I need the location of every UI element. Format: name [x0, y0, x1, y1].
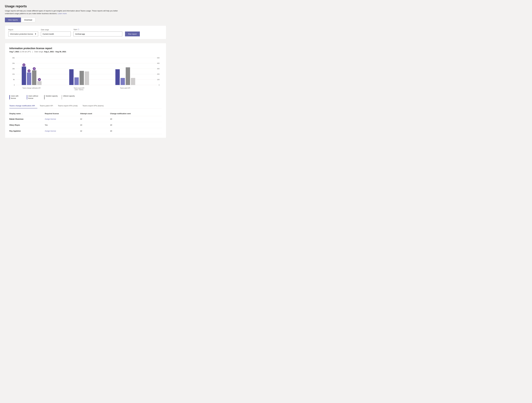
svg-text:24k: 24k	[12, 63, 15, 64]
tab-view-reports[interactable]: View reports	[5, 18, 21, 22]
svg-rect-31	[69, 69, 74, 85]
svg-text:(chat + teams): (chat + teams)	[75, 89, 83, 90]
assign-license-link[interactable]: Assign license	[45, 130, 56, 132]
data-tab-change-notification[interactable]: Teams change notification API	[9, 103, 37, 108]
svg-text:3: 3	[24, 64, 24, 66]
svg-text:Teams change notification API: Teams change notification API	[22, 87, 41, 89]
svg-rect-33	[80, 71, 84, 85]
cell-change-notification-sent: 10	[110, 122, 162, 128]
legend-color-seeded-capacity	[44, 95, 45, 99]
legend-color-users-without-license	[27, 95, 27, 99]
run-report-button[interactable]: Run report	[125, 32, 140, 36]
cell-attempt-count: 12	[80, 128, 110, 134]
legend-color-utilized-capacity	[62, 95, 62, 99]
svg-rect-32	[74, 77, 79, 85]
svg-text:6: 6	[39, 79, 40, 80]
table-header-row: Display name ↓ Required license Attempt …	[9, 111, 162, 116]
svg-rect-40	[131, 78, 135, 85]
cell-display-name: Hilary Reyes	[9, 122, 45, 128]
report-meta: Aug 7, 2021 11:59 am (PT) | Date range: …	[9, 51, 162, 53]
date-range-input[interactable]	[41, 32, 71, 36]
cell-attempt-count: 13	[80, 122, 110, 128]
col-required-license: Required license	[45, 111, 80, 116]
report-card: Information protection license report Au…	[5, 43, 166, 138]
svg-text:Teams patch API: Teams patch API	[120, 87, 130, 89]
controls-bar: Report Information protection license ▼ …	[5, 26, 166, 39]
page-container: Usage reports Usage reports will help yo…	[0, 0, 171, 142]
svg-text:0: 0	[159, 84, 159, 86]
cell-required-license[interactable]: Assign license	[45, 116, 80, 122]
cell-attempt-count: 12	[80, 116, 110, 122]
assign-license-link[interactable]: Assign license	[45, 118, 56, 120]
cell-required-license: Yes	[45, 122, 80, 128]
report-label: Report	[8, 29, 38, 31]
svg-rect-18	[22, 67, 26, 85]
tab-download[interactable]: Download	[21, 18, 35, 22]
svg-text:18k: 18k	[12, 68, 15, 70]
legend-seeded-capacity: Seeded capacity	[44, 95, 58, 100]
report-table: Display name ↓ Required license Attempt …	[9, 111, 162, 134]
svg-text:0: 0	[14, 84, 15, 86]
svg-text:12k: 12k	[12, 73, 15, 75]
cell-required-license[interactable]: Assign license	[45, 128, 80, 134]
data-tab-export-teams[interactable]: Teams export APIs (teams)	[82, 103, 106, 108]
apps-label: Apps ⓘ	[73, 28, 122, 31]
chart-svg: 30k 24k 18k 12k 6k 0 500 400 300 200 100…	[9, 57, 162, 92]
svg-rect-21	[27, 72, 31, 85]
col-attempt-count: Attempt count	[80, 111, 110, 116]
svg-text:5: 5	[34, 68, 35, 70]
page-subtitle: Usage reports will help you create diffe…	[5, 10, 122, 15]
apps-input[interactable]	[73, 32, 122, 36]
chart-legend: Users with license Users without license…	[9, 95, 162, 100]
svg-text:Teams export API: Teams export API	[74, 87, 84, 89]
info-icon: ⓘ	[78, 29, 79, 30]
date-range-control-group: Date range	[41, 29, 71, 36]
svg-rect-38	[120, 78, 125, 85]
sort-icon-display-name[interactable]: ↓	[22, 113, 22, 115]
chevron-down-icon: ▼	[35, 33, 36, 35]
cell-display-name: Babak Shammas	[9, 116, 45, 122]
report-card-title: Information protection license report	[9, 47, 162, 50]
main-tabs-bar: View reports Download	[5, 18, 166, 22]
svg-text:30k: 30k	[12, 57, 15, 59]
col-display-name: Display name ↓	[9, 111, 45, 116]
legend-users-with-license: Users with license	[9, 95, 23, 100]
table-row: Hilary ReyesYes1310	[9, 122, 162, 128]
svg-rect-37	[115, 69, 120, 85]
cell-change-notification-sent: 10	[110, 128, 162, 134]
learn-more-link[interactable]: Learn more	[58, 13, 67, 14]
apps-control-group: Apps ⓘ	[73, 28, 122, 36]
table-body: Babak ShammasAssign license1210Hilary Re…	[9, 116, 162, 134]
report-select[interactable]: Information protection license ▼	[8, 32, 38, 36]
data-tab-export-chat[interactable]: Teams export APIs (chat)	[58, 103, 80, 108]
cell-display-name: Roy Appleton	[9, 128, 45, 134]
svg-rect-24	[32, 70, 36, 85]
svg-rect-27	[37, 81, 42, 85]
date-range-label: Date range	[41, 29, 71, 31]
legend-color-users-with-license	[9, 95, 10, 99]
data-tabs-bar: Teams change notification API Teams patc…	[9, 103, 162, 109]
table-row: Babak ShammasAssign license1210	[9, 116, 162, 122]
page-title: Usage reports	[5, 4, 166, 8]
legend-utilized-capacity: Utilized capacity	[62, 95, 75, 100]
svg-rect-39	[126, 67, 130, 85]
svg-text:4: 4	[29, 70, 29, 72]
col-change-notification-sent: Change notification sent	[110, 111, 162, 116]
table-row: Roy AppletonAssign license1210	[9, 128, 162, 134]
report-control-group: Report Information protection license ▼	[8, 29, 38, 36]
cell-change-notification-sent: 10	[110, 116, 162, 122]
legend-users-without-license: Users without license	[27, 95, 40, 100]
data-tab-patch-api[interactable]: Teams patch API	[40, 103, 56, 108]
chart-area: 30k 24k 18k 12k 6k 0 500 400 300 200 100…	[9, 57, 162, 92]
svg-text:6k: 6k	[13, 79, 15, 80]
svg-rect-34	[85, 71, 89, 85]
